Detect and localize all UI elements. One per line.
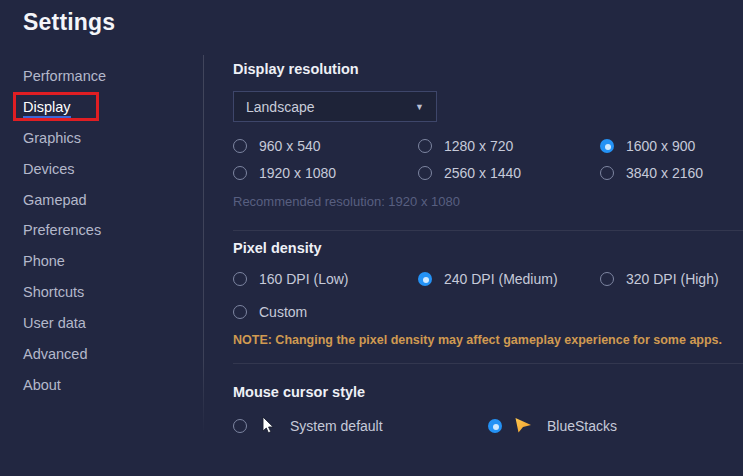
sidebar-item-about[interactable]: About: [23, 376, 183, 394]
section-divider: [233, 230, 743, 231]
radio-circle: [600, 166, 614, 180]
radio-circle-selected: [600, 139, 614, 153]
pixel-density-options: 160 DPI (Low) 240 DPI (Medium) 320 DPI (…: [233, 265, 719, 292]
radio-label: 320 DPI (High): [626, 271, 719, 287]
radio-label: 960 x 540: [259, 138, 321, 154]
orientation-dropdown-value: Landscape: [246, 99, 415, 115]
radio-circle: [418, 166, 432, 180]
radio-label: BlueStacks: [547, 418, 617, 434]
sidebar-item-label: Advanced: [23, 346, 88, 362]
radio-label: 3840 x 2160: [626, 165, 703, 181]
radio-system-default-cursor[interactable]: System default: [233, 416, 488, 435]
radio-circle: [233, 139, 247, 153]
radio-circle-selected: [488, 419, 502, 433]
sidebar-item-label: Phone: [23, 253, 65, 269]
radio-240-dpi[interactable]: 240 DPI (Medium): [418, 271, 600, 287]
pixel-density-note: NOTE: Changing the pixel density may aff…: [233, 333, 722, 347]
sidebar-item-label: Graphics: [23, 130, 81, 146]
radio-bluestacks-cursor[interactable]: BlueStacks: [488, 417, 617, 434]
sidebar-item-label: Shortcuts: [23, 284, 84, 300]
sidebar-item-advanced[interactable]: Advanced: [23, 345, 183, 363]
radio-label: 1280 x 720: [444, 138, 513, 154]
sidebar-item-preferences[interactable]: Preferences: [23, 221, 183, 239]
radio-320-dpi[interactable]: 320 DPI (High): [600, 271, 719, 287]
radio-label: 2560 x 1440: [444, 165, 521, 181]
sidebar-item-user-data[interactable]: User data: [23, 314, 183, 332]
radio-label: 240 DPI (Medium): [444, 271, 558, 287]
bluestacks-cursor-icon: [514, 417, 533, 434]
mouse-cursor-options: System default BlueStacks: [233, 412, 617, 439]
radio-label: 1920 x 1080: [259, 165, 336, 181]
radio-1600x900[interactable]: 1600 x 900: [600, 138, 703, 154]
sidebar-item-display[interactable]: Display: [23, 98, 183, 116]
radio-circle: [233, 305, 247, 319]
radio-label: 160 DPI (Low): [259, 271, 348, 287]
pixel-density-heading: Pixel density: [233, 240, 322, 256]
section-divider: [233, 363, 743, 364]
radio-circle: [600, 272, 614, 286]
orientation-dropdown[interactable]: Landscape ▼: [233, 91, 437, 122]
page-title: Settings: [23, 9, 115, 36]
sidebar-item-gamepad[interactable]: Gamepad: [23, 191, 183, 209]
sidebar-item-label: Preferences: [23, 222, 101, 238]
pixel-density-custom-row: Custom: [233, 298, 600, 325]
radio-label: Custom: [259, 304, 307, 320]
radio-1920x1080[interactable]: 1920 x 1080: [233, 165, 418, 181]
settings-sidebar: Performance Display Graphics Devices Gam…: [23, 67, 183, 407]
radio-custom-dpi[interactable]: Custom: [233, 304, 418, 320]
sidebar-item-graphics[interactable]: Graphics: [23, 129, 183, 147]
sidebar-item-label: Display: [23, 99, 71, 118]
chevron-down-icon: ▼: [415, 102, 424, 112]
radio-circle-selected: [418, 272, 432, 286]
radio-960x540[interactable]: 960 x 540: [233, 138, 418, 154]
sidebar-item-performance[interactable]: Performance: [23, 67, 183, 85]
system-cursor-icon: [259, 416, 276, 435]
sidebar-item-phone[interactable]: Phone: [23, 252, 183, 270]
display-resolution-heading: Display resolution: [233, 61, 359, 77]
radio-label: 1600 x 900: [626, 138, 695, 154]
sidebar-item-shortcuts[interactable]: Shortcuts: [23, 283, 183, 301]
sidebar-item-label: User data: [23, 315, 86, 331]
sidebar-item-devices[interactable]: Devices: [23, 160, 183, 178]
recommended-resolution-text: Recommended resolution: 1920 x 1080: [233, 194, 460, 209]
sidebar-item-label: Performance: [23, 68, 106, 84]
radio-circle: [233, 419, 247, 433]
radio-3840x2160[interactable]: 3840 x 2160: [600, 165, 703, 181]
radio-label: System default: [290, 418, 383, 434]
radio-circle: [233, 272, 247, 286]
radio-circle: [233, 166, 247, 180]
mouse-cursor-heading: Mouse cursor style: [233, 384, 365, 400]
radio-2560x1440[interactable]: 2560 x 1440: [418, 165, 600, 181]
sidebar-item-label: Devices: [23, 161, 75, 177]
resolution-options: 960 x 540 1280 x 720 1600 x 900 1920 x 1…: [233, 132, 703, 186]
sidebar-divider: [203, 55, 204, 435]
radio-circle: [418, 139, 432, 153]
sidebar-item-label: Gamepad: [23, 192, 87, 208]
sidebar-item-label: About: [23, 377, 61, 393]
radio-160-dpi[interactable]: 160 DPI (Low): [233, 271, 418, 287]
radio-1280x720[interactable]: 1280 x 720: [418, 138, 600, 154]
